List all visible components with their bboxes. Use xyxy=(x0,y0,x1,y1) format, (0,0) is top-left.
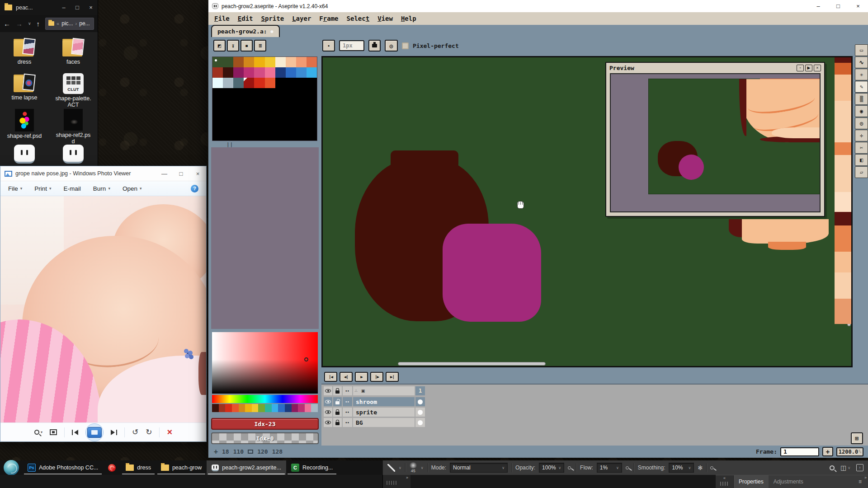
palette-swatch[interactable] xyxy=(286,88,296,99)
tool-gradient[interactable]: ▱ xyxy=(855,166,868,178)
palette-swatch[interactable] xyxy=(212,67,223,78)
palette-swatch[interactable] xyxy=(254,57,264,67)
forward-button[interactable]: → xyxy=(16,20,23,28)
blend-mode-select[interactable]: Normal ∨ xyxy=(450,463,508,473)
shade-swatch[interactable] xyxy=(298,404,305,412)
search-icon[interactable] xyxy=(830,465,835,470)
palette-swatch[interactable] xyxy=(286,130,296,141)
palette-resize-handle[interactable]: || xyxy=(226,141,233,147)
palette-swatch[interactable] xyxy=(275,57,286,67)
palette-swatch[interactable] xyxy=(275,130,286,141)
palette-swatch[interactable] xyxy=(265,120,275,130)
palette-swatch[interactable] xyxy=(254,88,264,99)
palette-swatch[interactable] xyxy=(233,120,244,130)
preview-close-button[interactable]: × xyxy=(814,65,821,71)
pixel-perfect-checkbox[interactable] xyxy=(402,42,409,49)
tool-magic-wand[interactable]: ✳ xyxy=(855,69,868,80)
menu-burn[interactable]: Burn▾ xyxy=(93,185,110,192)
chevron-down-icon[interactable]: ∨ xyxy=(421,466,424,470)
file-item-dress[interactable]: dress xyxy=(2,38,47,73)
tab-properties[interactable]: Properties xyxy=(734,475,769,488)
palette-swatch[interactable] xyxy=(265,78,275,88)
close-button[interactable]: × xyxy=(84,0,98,15)
palette-swatch[interactable] xyxy=(254,109,264,120)
cel-frame-1[interactable] xyxy=(415,418,425,427)
file-item-time-lapse[interactable]: time lapse xyxy=(2,73,47,109)
palette-swatch[interactable] xyxy=(244,120,254,130)
palette-swatch[interactable] xyxy=(233,78,244,88)
tool-slice[interactable]: ✂ xyxy=(855,142,868,154)
shade-swatch[interactable] xyxy=(245,404,252,412)
shade-swatch[interactable] xyxy=(265,404,272,412)
airbrush-icon[interactable] xyxy=(568,466,571,469)
palette-swatch[interactable] xyxy=(244,78,254,88)
playback-next-frame[interactable]: |▶ xyxy=(370,372,383,382)
preview-options-button[interactable]: ▫ xyxy=(797,65,804,71)
shade-swatch[interactable] xyxy=(219,404,226,412)
palette-swatch[interactable] xyxy=(275,78,286,88)
rotate-cw-button[interactable]: ↻ xyxy=(146,427,152,437)
smoothing-select[interactable]: 10% ∨ xyxy=(669,463,694,473)
palette-swatch[interactable] xyxy=(223,109,233,120)
gear-icon[interactable]: ✻ xyxy=(698,465,703,471)
up-button[interactable]: ↑ xyxy=(37,20,40,28)
help-icon[interactable]: ? xyxy=(191,185,198,192)
layers-icon[interactable]: ▣ xyxy=(361,389,365,393)
layer-row-bg[interactable]: ●●BG xyxy=(324,418,425,427)
palette-option-button-2[interactable]: ▪ xyxy=(241,40,253,52)
maximize-button[interactable]: □ xyxy=(173,166,189,181)
cel-frame-1[interactable] xyxy=(415,397,425,406)
menu-print[interactable]: Print▾ xyxy=(34,185,51,192)
palette-swatch[interactable] xyxy=(286,67,296,78)
taskbar-item-peach-grow2-aseprite[interactable]: peach-grow2.aseprite... xyxy=(207,460,286,475)
layer-row-sprite[interactable]: ●●sprite xyxy=(324,408,425,417)
layer-lock-toggle[interactable] xyxy=(333,408,342,417)
palette-swatch[interactable] xyxy=(233,67,244,78)
palette-swatch[interactable] xyxy=(212,57,223,67)
palette-swatch[interactable] xyxy=(254,130,264,141)
palette-swatch[interactable] xyxy=(223,78,233,88)
palette-swatch[interactable] xyxy=(296,57,307,67)
palette-swatch[interactable] xyxy=(244,88,254,99)
shade-swatch[interactable] xyxy=(225,404,232,412)
airbrush-icon[interactable] xyxy=(626,466,629,469)
palette-swatch[interactable] xyxy=(307,99,317,109)
file-item-shape-ref2-psd[interactable]: shape-ref2.psd xyxy=(51,109,96,145)
palette-swatch[interactable] xyxy=(265,109,275,120)
expand-icon[interactable]: » xyxy=(864,475,867,480)
onion-skin-icon[interactable]: ∴ xyxy=(355,389,358,393)
close-button[interactable]: × xyxy=(189,166,206,181)
palette-swatch[interactable] xyxy=(296,78,307,88)
chevron-down-icon[interactable]: ∨ xyxy=(28,21,31,26)
palette-swatch[interactable] xyxy=(286,57,296,67)
taskbar-item-red-orb[interactable] xyxy=(103,460,121,475)
zoom-button[interactable]: ▾ xyxy=(34,430,42,435)
menu-file[interactable]: File xyxy=(210,15,234,22)
shade-swatch[interactable] xyxy=(252,404,259,412)
tool-lasso[interactable]: ∿ xyxy=(855,56,868,68)
expand-icon[interactable]: » xyxy=(406,475,408,480)
tab-adjustments[interactable]: Adjustments xyxy=(769,475,808,488)
palette-swatch[interactable] xyxy=(265,57,275,67)
tool-paint-bucket[interactable]: ◧ xyxy=(855,154,868,166)
maximize-button[interactable]: □ xyxy=(828,0,848,12)
continuous-column-header[interactable]: ●● xyxy=(343,386,352,395)
brush-type-button[interactable]: · xyxy=(322,40,335,52)
palette-swatch[interactable] xyxy=(223,120,233,130)
ink-button[interactable] xyxy=(368,40,381,52)
hue-slider[interactable] xyxy=(212,395,318,403)
preview-play-button[interactable]: ▶ xyxy=(805,65,812,71)
brush-tool-icon[interactable] xyxy=(387,464,395,472)
layer-continuous-toggle[interactable]: ●● xyxy=(343,418,352,427)
tool-pencil[interactable]: ✎ xyxy=(855,81,868,93)
shade-swatch[interactable] xyxy=(239,404,245,412)
frame-1-header[interactable]: 1 xyxy=(415,386,425,395)
breadcrumb-item[interactable]: pe... xyxy=(79,20,90,27)
tab-peach-grow2[interactable]: peach-grow2.a: ● xyxy=(211,25,280,37)
palette-swatch[interactable] xyxy=(275,120,286,130)
playback-prev-frame[interactable]: ◀| xyxy=(340,372,353,382)
file-item-shape-ref-psd[interactable]: shape-ref.psd xyxy=(2,109,47,145)
back-button[interactable]: ← xyxy=(4,20,10,28)
palette-swatch[interactable] xyxy=(296,109,307,120)
palette-swatch[interactable] xyxy=(254,120,264,130)
